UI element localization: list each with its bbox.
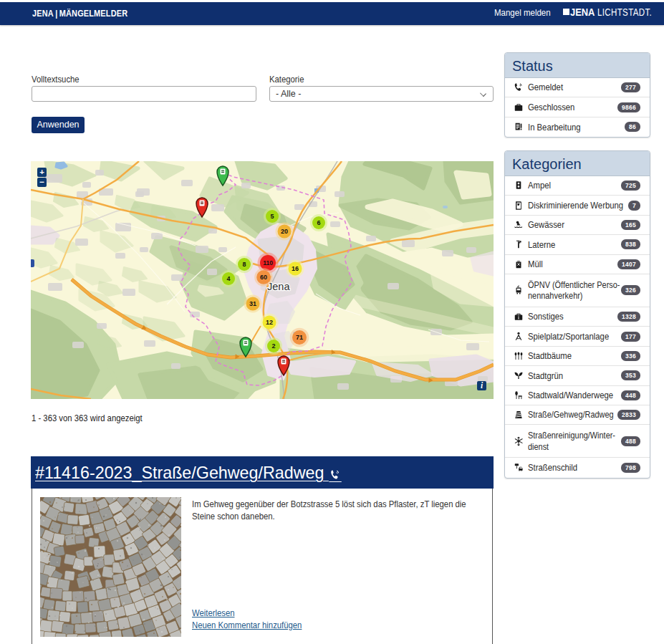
svg-text:6: 6 [317,219,320,226]
svg-text:110: 110 [263,259,273,266]
svg-text:12: 12 [266,319,273,326]
svg-text:8: 8 [242,261,246,268]
svg-text:5: 5 [270,213,274,220]
svg-text:16: 16 [292,265,299,272]
svg-text:20: 20 [281,228,288,235]
svg-text:71: 71 [296,334,303,341]
svg-text:31: 31 [249,300,256,307]
svg-text:4: 4 [226,275,230,282]
svg-text:60: 60 [260,274,267,281]
svg-text:2: 2 [271,342,275,350]
